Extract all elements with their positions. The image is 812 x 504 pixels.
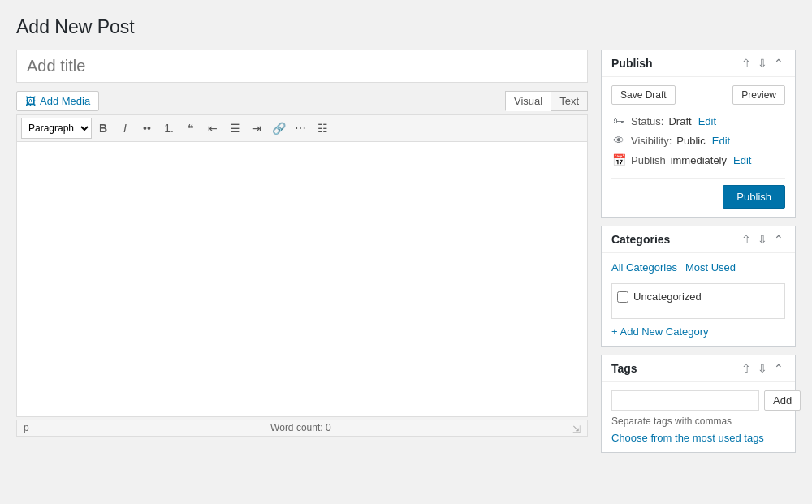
align-left-button[interactable]: ⇤ <box>202 118 223 139</box>
tags-input-row: Add <box>611 390 785 411</box>
title-input[interactable] <box>16 50 588 83</box>
sidebar: Publish ⇧ ⇩ ⌃ Save Draft Preview 🗝 <box>601 50 796 453</box>
tags-panel-up-button[interactable]: ⇧ <box>740 363 753 374</box>
resize-handle[interactable]: ⇲ <box>572 424 581 432</box>
categories-panel-header: Categories ⇧ ⇩ ⌃ <box>602 226 795 253</box>
preview-button[interactable]: Preview <box>732 85 785 105</box>
align-center-button[interactable]: ☰ <box>224 118 245 139</box>
more-button[interactable]: ⋯ <box>290 118 311 139</box>
publish-panel-up-button[interactable]: ⇧ <box>740 58 753 69</box>
publish-time-label: Publish <box>631 154 666 166</box>
visibility-label: Visibility: <box>631 135 672 147</box>
publish-time-edit-link[interactable]: Edit <box>733 154 751 166</box>
editor-footer: p Word count: 0 ⇲ <box>16 420 588 437</box>
publish-panel-header: Publish ⇧ ⇩ ⌃ <box>602 50 795 77</box>
categories-panel-up-button[interactable]: ⇧ <box>740 234 753 245</box>
tags-panel-close-button[interactable]: ⌃ <box>772 363 785 374</box>
publish-time-row: 📅 Publish immediately Edit <box>611 153 785 166</box>
toolbar-toggle-button[interactable]: ☷ <box>312 118 333 139</box>
visibility-edit-link[interactable]: Edit <box>712 135 730 147</box>
view-tabs: Visual Text <box>505 91 588 111</box>
paragraph-select[interactable]: Paragraph <box>21 118 92 139</box>
category-item-uncategorized: Uncategorized <box>617 289 780 304</box>
visibility-row: 👁 Visibility: Public Edit <box>611 134 785 147</box>
blockquote-button[interactable]: ❝ <box>180 118 201 139</box>
category-tabs: All Categories Most Used <box>611 261 785 275</box>
word-count: Word count: 0 <box>270 422 330 433</box>
publish-panel-body: Save Draft Preview 🗝 Status: Draft Edit … <box>602 77 795 217</box>
category-label-uncategorized: Uncategorized <box>633 291 702 303</box>
add-media-icon: 🖼 <box>25 95 36 107</box>
ordered-list-button[interactable]: 1. <box>158 118 179 139</box>
status-value: Draft <box>668 115 691 127</box>
add-media-button[interactable]: 🖼 Add Media <box>16 91 99 111</box>
categories-panel-controls: ⇧ ⇩ ⌃ <box>740 234 785 245</box>
page-title: Add New Post <box>16 16 796 38</box>
tags-panel-down-button[interactable]: ⇩ <box>756 363 769 374</box>
add-new-category-link[interactable]: + Add New Category <box>611 325 709 338</box>
save-draft-button[interactable]: Save Draft <box>611 85 676 105</box>
publish-time-value: immediately <box>671 154 727 166</box>
tags-panel-header: Tags ⇧ ⇩ ⌃ <box>602 355 795 382</box>
category-checkbox-uncategorized[interactable] <box>617 291 628 303</box>
visibility-icon: 👁 <box>611 134 626 147</box>
categories-panel-down-button[interactable]: ⇩ <box>756 234 769 245</box>
tag-input[interactable] <box>611 390 759 411</box>
tags-panel: Tags ⇧ ⇩ ⌃ Add Separate tags with commas… <box>601 355 796 453</box>
paragraph-indicator: p <box>24 422 29 433</box>
tab-text[interactable]: Text <box>551 91 588 111</box>
tag-help-text: Separate tags with commas <box>611 416 785 427</box>
tab-all-categories[interactable]: All Categories <box>611 261 677 275</box>
link-button[interactable]: 🔗 <box>268 118 289 139</box>
add-tag-button[interactable]: Add <box>764 390 801 411</box>
tags-panel-controls: ⇧ ⇩ ⌃ <box>740 363 785 374</box>
italic-button[interactable]: I <box>114 118 136 139</box>
status-label: Status: <box>631 115 663 127</box>
categories-panel-body: All Categories Most Used Uncategorized +… <box>602 253 795 346</box>
editor-area: 🖼 Add Media Visual Text Paragraph B I ••… <box>16 50 588 437</box>
publish-button[interactable]: Publish <box>723 185 785 209</box>
categories-panel-title: Categories <box>611 233 670 246</box>
status-icon: 🗝 <box>611 114 626 127</box>
editor-toolbar-row: 🖼 Add Media Visual Text <box>16 91 588 111</box>
status-row: 🗝 Status: Draft Edit <box>611 114 785 127</box>
choose-tags-link[interactable]: Choose from the most used tags <box>611 432 764 444</box>
status-edit-link[interactable]: Edit <box>698 115 716 127</box>
tags-panel-body: Add Separate tags with commas Choose fro… <box>602 382 795 452</box>
calendar-icon: 📅 <box>611 153 626 166</box>
add-media-label: Add Media <box>40 95 90 107</box>
publish-actions: Save Draft Preview <box>611 85 785 105</box>
publish-panel: Publish ⇧ ⇩ ⌃ Save Draft Preview 🗝 <box>601 50 796 218</box>
unordered-list-button[interactable]: •• <box>136 118 158 139</box>
publish-panel-controls: ⇧ ⇩ ⌃ <box>740 58 785 69</box>
publish-meta: 🗝 Status: Draft Edit 👁 Visibility: Publi… <box>611 114 785 166</box>
publish-panel-close-button[interactable]: ⌃ <box>772 58 785 69</box>
category-list: Uncategorized <box>611 283 785 319</box>
publish-footer: Publish <box>611 178 785 209</box>
align-right-button[interactable]: ⇥ <box>246 118 267 139</box>
tags-panel-title: Tags <box>611 362 637 375</box>
format-toolbar: Paragraph B I •• 1. ❝ ⇤ ☰ ⇥ 🔗 ⋯ ☷ <box>16 114 588 141</box>
visibility-value: Public <box>676 135 705 147</box>
tab-most-used[interactable]: Most Used <box>685 261 736 275</box>
categories-panel-close-button[interactable]: ⌃ <box>772 234 785 245</box>
content-editor[interactable] <box>16 141 588 417</box>
publish-panel-down-button[interactable]: ⇩ <box>756 58 769 69</box>
publish-panel-title: Publish <box>611 57 653 70</box>
bold-button[interactable]: B <box>93 118 114 139</box>
tab-visual[interactable]: Visual <box>505 91 551 111</box>
categories-panel: Categories ⇧ ⇩ ⌃ All Categories Most Use… <box>601 226 796 347</box>
